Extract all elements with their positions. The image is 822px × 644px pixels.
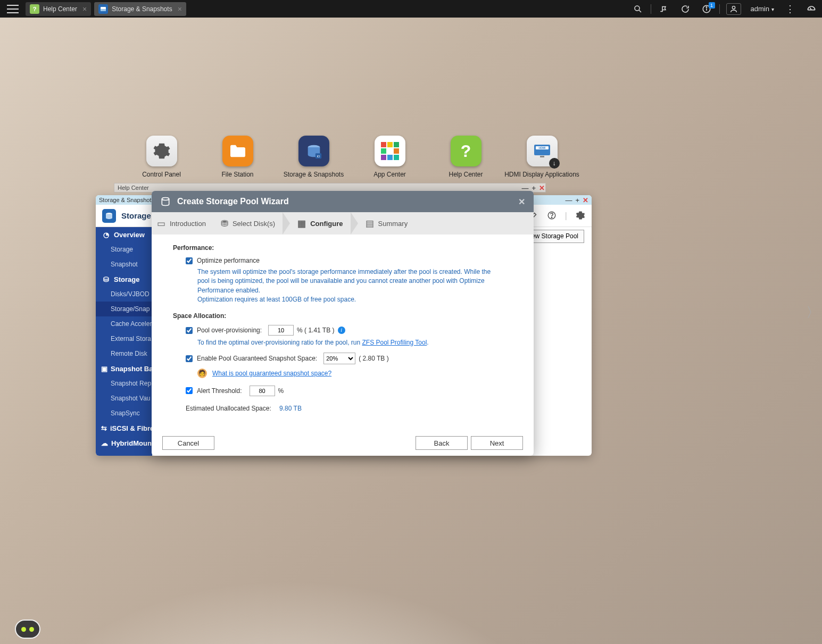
svg-text:HDMI: HDMI xyxy=(538,146,545,149)
separator xyxy=(651,4,651,14)
hamburger-menu-icon[interactable] xyxy=(7,5,19,13)
desktop-next-page-icon[interactable]: 〉 xyxy=(806,303,820,322)
desktop-icon-control-panel[interactable]: Control Panel xyxy=(123,136,200,178)
step-summary[interactable]: ▤Summary xyxy=(366,218,408,229)
help-icon: ? xyxy=(30,4,39,14)
disk-icon: IO xyxy=(298,136,329,166)
sidebar-item-cache[interactable]: Cache Acceler xyxy=(96,316,152,331)
chevron-right-icon xyxy=(351,212,358,235)
user-menu[interactable]: admin xyxy=(745,5,779,13)
window-title: Storage & Snapshots xyxy=(99,197,154,203)
disk-icon xyxy=(102,209,116,223)
minimize-icon[interactable]: — xyxy=(565,196,572,204)
icon-label: Control Panel xyxy=(142,171,181,178)
next-button[interactable]: Next xyxy=(471,436,523,450)
back-button[interactable]: Back xyxy=(416,436,468,450)
optimize-info: The system will optimize the pool's stor… xyxy=(197,267,495,305)
close-icon[interactable]: ✕ xyxy=(583,196,588,204)
wizard-title: Create Storage Pool Wizard xyxy=(177,197,289,206)
wizard-steps: ▭Introduction ⛃Select Disk(s) ▦Configure… xyxy=(152,212,534,235)
window-title: Help Center xyxy=(118,185,149,191)
refresh-icon[interactable] xyxy=(675,0,696,18)
separator xyxy=(719,4,720,14)
sidebar-item-overview[interactable]: ◔Overview xyxy=(96,227,152,242)
sidebar-item-snapshot-backup[interactable]: ▣Snapshot Bac xyxy=(96,361,152,376)
desktop-icon-app-center[interactable]: App Center xyxy=(352,136,428,178)
gauge-icon: ◔ xyxy=(101,231,111,239)
sidebar-item-snap-rep[interactable]: Snapshot Rep xyxy=(96,376,152,391)
gear-icon[interactable] xyxy=(576,211,585,221)
icon-label: HDMI Display Applications xyxy=(504,171,579,178)
wizard-body: Performance: Optimize performance The sy… xyxy=(152,235,534,430)
sidebar-item-storage[interactable]: ⛁Storage xyxy=(96,272,152,287)
sidebar-item-hybridmount[interactable]: ☁HybridMount xyxy=(96,436,152,450)
icon-label: Help Center xyxy=(449,171,483,178)
sidebar-item-snap-vault[interactable]: Snapshot Vau xyxy=(96,391,152,406)
volume-icon[interactable] xyxy=(653,0,675,18)
maximize-icon[interactable]: + xyxy=(575,196,579,204)
alert-threshold-input[interactable] xyxy=(250,386,275,396)
close-icon[interactable]: × xyxy=(178,5,182,13)
user-icon[interactable] xyxy=(726,3,741,15)
pool-over-suffix: % ( 1.41 TB ) xyxy=(297,327,334,334)
step-introduction[interactable]: ▭Introduction xyxy=(157,218,206,229)
optimize-performance-checkbox[interactable] xyxy=(186,257,193,264)
guru-icon: 🧑 xyxy=(197,369,207,378)
info-icon[interactable]: 1 xyxy=(696,0,717,18)
svg-point-19 xyxy=(551,217,552,218)
cancel-button[interactable]: Cancel xyxy=(162,436,214,450)
cylinder-icon xyxy=(160,196,171,207)
clipboard-icon: ▤ xyxy=(366,218,374,229)
sidebar-item-snapsync[interactable]: SnapSync xyxy=(96,406,152,421)
close-icon[interactable]: ✕ xyxy=(539,184,545,192)
desktop-icon-storage-snapshots[interactable]: IO Storage & Snapshots xyxy=(276,136,352,178)
gss-help-link[interactable]: What is pool guaranteed snapshot space? xyxy=(212,370,331,377)
disk-icon xyxy=(98,4,108,14)
taskbar-tab-help-center[interactable]: ? Help Center × xyxy=(26,2,91,16)
alert-threshold-checkbox[interactable] xyxy=(186,387,193,394)
pool-over-provisioning-checkbox[interactable] xyxy=(186,327,193,334)
dashboard-icon[interactable] xyxy=(801,0,822,18)
assistant-widget[interactable] xyxy=(15,620,40,639)
maximize-icon[interactable]: + xyxy=(532,184,536,192)
est-value: 9.80 TB xyxy=(279,405,302,412)
info-icon[interactable]: i xyxy=(338,327,345,334)
svg-rect-1 xyxy=(101,9,106,11)
cloud-icon: ☁ xyxy=(101,439,108,447)
close-icon[interactable]: ✕ xyxy=(518,197,525,207)
optimize-label: Optimize performance xyxy=(197,257,260,264)
desktop-icon-hdmi[interactable]: HDMI ↓ HDMI Display Applications xyxy=(504,136,580,178)
svg-rect-16 xyxy=(540,156,544,157)
close-icon[interactable]: × xyxy=(82,5,87,13)
pool-over-input[interactable] xyxy=(268,325,294,336)
svg-line-3 xyxy=(639,10,641,12)
grid-icon xyxy=(375,136,405,166)
monitor-icon: HDMI ↓ xyxy=(527,136,558,166)
zfs-profiling-link[interactable]: ZFS Pool Profiling Tool xyxy=(362,339,427,346)
svg-point-6 xyxy=(706,6,707,7)
sidebar-item-iscsi[interactable]: ⇆iSCSI & Fibre xyxy=(96,421,152,436)
icon-label: App Center xyxy=(373,171,406,178)
sliders-icon: ▦ xyxy=(297,218,306,229)
tab-label: Help Center xyxy=(43,5,77,13)
search-icon[interactable] xyxy=(627,0,649,18)
help-circle-icon[interactable] xyxy=(547,211,557,221)
sidebar-item-remote[interactable]: Remote Disk xyxy=(96,346,152,361)
space-heading: Space Allocation: xyxy=(173,312,519,320)
sidebar-item-external[interactable]: External Stora xyxy=(96,331,152,346)
create-storage-pool-wizard: Create Storage Pool Wizard ✕ ▭Introducti… xyxy=(152,191,534,456)
step-configure[interactable]: ▦Configure xyxy=(297,218,343,229)
sidebar-item-storage-snap[interactable]: Storage/Snap xyxy=(96,302,152,316)
gss-select[interactable]: 20% xyxy=(323,353,355,364)
icon-label: File Station xyxy=(221,171,253,178)
desktop-icon-file-station[interactable]: File Station xyxy=(200,136,276,178)
guaranteed-snapshot-checkbox[interactable] xyxy=(186,355,193,362)
step-select-disks[interactable]: ⛃Select Disk(s) xyxy=(221,218,275,229)
sidebar-item-storage-sub[interactable]: Storage xyxy=(96,242,152,257)
sidebar-item-snapshot-sub[interactable]: Snapshot xyxy=(96,257,152,272)
taskbar-tab-storage[interactable]: Storage & Snapshots × xyxy=(94,2,186,16)
pool-over-hint: To find the optimal over-provisioning ra… xyxy=(197,339,362,346)
kebab-menu-icon[interactable]: ⋮ xyxy=(779,0,801,18)
desktop-icon-help-center[interactable]: ? Help Center xyxy=(428,136,504,178)
sidebar-item-disks[interactable]: Disks/VJBOD xyxy=(96,287,152,302)
